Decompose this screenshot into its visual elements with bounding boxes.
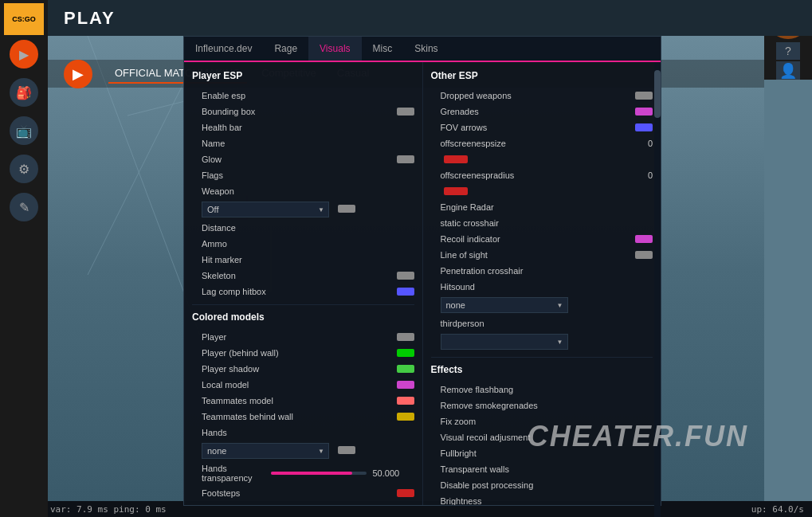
disable-post-processing-label: Disable post processing <box>441 480 653 490</box>
hands-dropdown[interactable]: none <box>202 443 329 459</box>
teammates-model-color[interactable] <box>397 397 414 405</box>
weapon-color[interactable] <box>338 205 355 213</box>
thirdperson-dropdown-wrapper <box>441 334 568 350</box>
name-label: Name <box>202 139 414 148</box>
list-item: Dropped weapons <box>431 88 653 104</box>
hitsound-dropdown[interactable]: none <box>441 297 568 313</box>
player-behind-wall-color[interactable] <box>397 349 414 357</box>
player-shadow-label: Player shadow <box>202 364 394 374</box>
list-item: Player (behind wall) <box>192 345 414 361</box>
offscreenespsize-value: 0 <box>648 139 653 148</box>
sidebar-settings-icon[interactable]: ⚙ <box>10 155 38 183</box>
list-item: offscreenespsize 0 <box>431 135 653 151</box>
skeleton-color[interactable] <box>397 272 414 280</box>
hands-transparency-label: Hands transparency <box>202 464 265 483</box>
visual-recoil-label: Visual recoil adjusment <box>441 433 653 442</box>
tab-rage[interactable]: Rage <box>263 37 308 61</box>
local-model-label: Local model <box>202 380 394 390</box>
player-shadow-color[interactable] <box>397 365 414 373</box>
weapon-dropdown-wrapper: Off <box>202 202 329 217</box>
player-color-label: Player <box>202 332 394 342</box>
thirdperson-dropdown[interactable] <box>441 334 568 350</box>
scrollbar-thumb[interactable] <box>654 70 661 118</box>
tab-visuals[interactable]: Visuals <box>308 37 361 61</box>
hitsound-dropdown-row: none <box>431 295 653 315</box>
weapon-label: Weapon <box>202 186 414 196</box>
tab-infleunce[interactable]: Infleunce.dev <box>184 37 263 61</box>
list-item: Disable post processing <box>431 477 653 493</box>
list-item: Weapon <box>192 183 414 199</box>
weapon-dropdown-row: Off <box>192 199 414 220</box>
play-button[interactable]: ▶ <box>64 60 92 88</box>
teammates-model-label: Teammates model <box>202 396 394 405</box>
list-item: Recoil indicator <box>431 231 653 247</box>
hands-dropdown-wrapper: none <box>202 443 329 459</box>
offscreenespsize-color[interactable] <box>444 155 468 163</box>
dropped-weapons-label: Dropped weapons <box>441 91 633 100</box>
hands-dropdown-color[interactable] <box>338 446 355 454</box>
panel-scrollbar[interactable] <box>654 62 661 517</box>
list-item: Enable esp <box>192 88 414 104</box>
list-item: thirdperson <box>431 315 653 331</box>
separator <box>431 357 653 358</box>
section-effects: Effects <box>431 362 653 377</box>
sidebar: CS:GO ▶ 🎒 📺 ⚙ ✎ <box>0 0 48 517</box>
offscreenespsize-label: offscreenespsize <box>441 139 645 148</box>
list-item: Hit marker <box>192 252 414 268</box>
hands-transparency-slider[interactable] <box>271 472 367 475</box>
list-item: Line of sight <box>431 247 653 263</box>
transparent-walls-label: Transparent walls <box>441 464 653 474</box>
list-item: Grenades <box>431 104 653 119</box>
list-item: Distance <box>192 220 414 236</box>
thirdperson-label: thirdperson <box>441 319 653 328</box>
list-item: Player shadow <box>192 361 414 377</box>
offscreenespradius-color[interactable] <box>444 187 468 195</box>
main-panel: Infleunce.dev Rage Visuals Misc Skins Pl… <box>183 36 661 506</box>
list-item: Glow <box>192 151 414 167</box>
sidebar-inventory-icon[interactable]: 🎒 <box>10 78 38 107</box>
list-item: Brightness <box>431 493 653 505</box>
fov-arrows-label: FOV arrows <box>441 123 633 132</box>
topbar: PLAY <box>48 0 812 36</box>
glow-color[interactable] <box>397 155 414 163</box>
offscreenespradius-value: 0 <box>648 170 653 180</box>
list-item: Penetration crosshair <box>431 263 653 279</box>
dropped-weapons-color[interactable] <box>635 92 653 100</box>
sidebar-play-icon[interactable]: ▶ <box>10 40 38 69</box>
lag-comp-color[interactable] <box>397 288 414 296</box>
hit-marker-label: Hit marker <box>202 255 414 264</box>
grenades-label: Grenades <box>441 107 633 116</box>
teammates-behind-wall-color[interactable] <box>397 413 414 421</box>
fov-arrows-color[interactable] <box>635 123 653 131</box>
bounding-box-color[interactable] <box>397 108 414 116</box>
remove-flashbang-label: Remove flashbang <box>441 385 653 394</box>
status-right: up: 64.0/s <box>751 504 804 515</box>
static-crosshair-label: static crosshair <box>441 218 653 228</box>
panel-left: Player ESP Enable esp Bounding box Healt… <box>184 62 423 505</box>
section-other-esp: Other ESP <box>431 69 653 83</box>
section-player-esp: Player ESP <box>192 69 414 83</box>
fix-zoom-label: Fix zoom <box>441 417 653 426</box>
brightness-label: Brightness <box>441 496 653 505</box>
fullbright-label: Fullbright <box>441 448 653 458</box>
local-model-color[interactable] <box>397 381 414 389</box>
bounding-box-label: Bounding box <box>202 107 394 116</box>
tab-skins[interactable]: Skins <box>403 37 449 61</box>
sidebar-workshop-icon[interactable]: ✎ <box>10 193 38 221</box>
ammo-label: Ammo <box>202 239 414 249</box>
sidebar-tv-icon[interactable]: 📺 <box>10 116 38 145</box>
list-item: Bounding box <box>192 104 414 119</box>
list-item: Remove smokegrenades <box>431 398 653 413</box>
list-item: Transparent walls <box>431 461 653 477</box>
footsteps-label: Footsteps <box>202 488 394 498</box>
grenades-color[interactable] <box>635 108 653 116</box>
footsteps-color[interactable] <box>397 489 414 497</box>
penetration-crosshair-label: Penetration crosshair <box>441 266 653 276</box>
weapon-dropdown[interactable]: Off <box>202 202 329 217</box>
help-button[interactable]: ? <box>776 42 800 61</box>
tab-misc[interactable]: Misc <box>362 37 404 61</box>
player-color[interactable] <box>397 333 414 341</box>
profile-icon[interactable]: 👤 <box>776 61 800 80</box>
line-of-sight-color[interactable] <box>635 251 653 259</box>
recoil-indicator-color[interactable] <box>635 235 653 243</box>
